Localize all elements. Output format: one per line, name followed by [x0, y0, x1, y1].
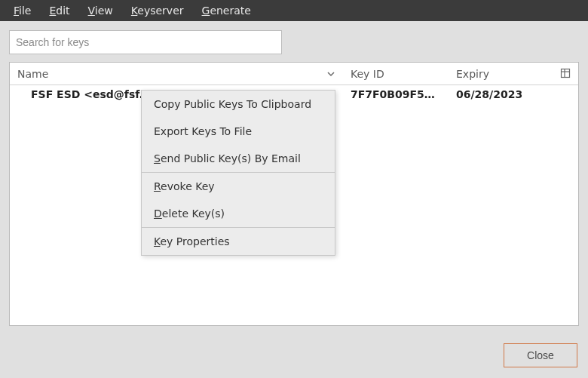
- context-menu-revoke-key[interactable]: Revoke Key: [142, 173, 335, 200]
- menubar: File Edit View Keyserver Generate: [0, 0, 588, 21]
- context-menu-delete-keys[interactable]: Delete Key(s): [142, 200, 335, 227]
- column-header-name-label: Name: [17, 68, 48, 80]
- key-list-header: Name Key ID Expiry: [10, 63, 578, 85]
- column-header-keyid[interactable]: Key ID: [343, 63, 449, 85]
- menu-view[interactable]: View: [79, 2, 122, 20]
- cell-keyid: 7F7F0B09F52…: [343, 85, 449, 103]
- cell-expiry: 06/28/2023: [449, 85, 578, 103]
- configure-columns-icon[interactable]: [560, 68, 572, 80]
- menu-keyserver[interactable]: Keyserver: [122, 2, 193, 20]
- svg-rect-0: [562, 69, 570, 77]
- workarea: Name Key ID Expiry: [0, 21, 588, 378]
- column-header-keyid-label: Key ID: [351, 68, 384, 80]
- close-button[interactable]: Close: [504, 343, 577, 367]
- column-header-expiry[interactable]: Expiry: [449, 63, 578, 85]
- dialog-button-bar: Close: [504, 343, 577, 367]
- search-input[interactable]: [9, 30, 282, 54]
- menu-file[interactable]: File: [5, 2, 40, 20]
- context-menu-copy-public-keys[interactable]: Copy Public Keys To Clipboard: [142, 91, 335, 118]
- menu-generate[interactable]: Generate: [193, 2, 260, 20]
- context-menu-send-public-keys[interactable]: Send Public Key(s) By Email: [142, 145, 335, 172]
- menu-edit[interactable]: Edit: [40, 2, 78, 20]
- column-header-name[interactable]: Name: [10, 63, 343, 85]
- context-menu: Copy Public Keys To Clipboard Export Key…: [141, 90, 335, 256]
- context-menu-export-keys[interactable]: Export Keys To File: [142, 118, 335, 145]
- column-header-expiry-label: Expiry: [456, 68, 489, 80]
- sort-indicator-icon: [326, 69, 335, 78]
- context-menu-key-properties[interactable]: Key Properties: [142, 228, 335, 255]
